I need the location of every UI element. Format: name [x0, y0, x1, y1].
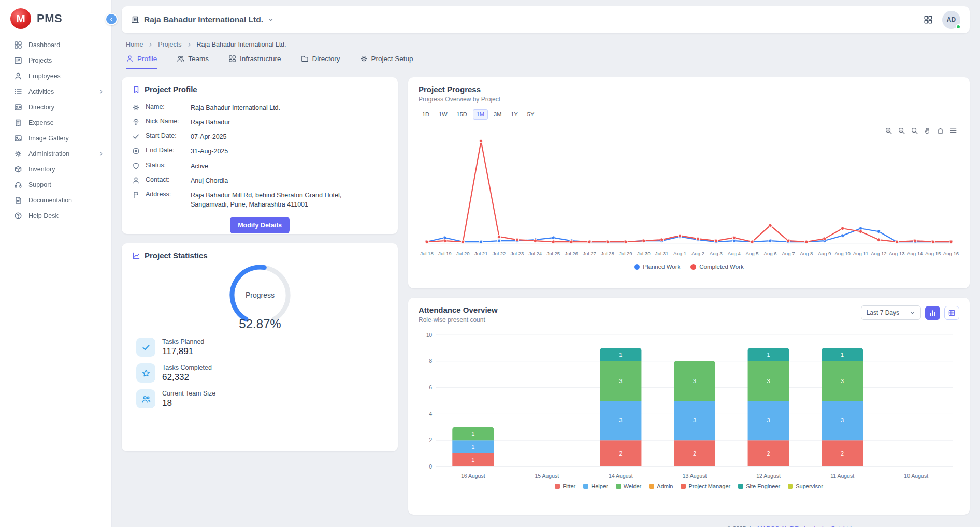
legend-project-manager[interactable]: Project Manager [681, 483, 730, 489]
tab-profile[interactable]: Profile [126, 55, 157, 69]
box-icon [14, 165, 22, 173]
card-subtitle: Role-wise present count [419, 316, 498, 324]
bar-chart-icon [929, 309, 936, 317]
project-progress-chart[interactable]: Jul 18Jul 19Jul 20Jul 21Jul 22Jul 23Jul … [419, 122, 959, 262]
range-1m-button[interactable]: 1M [473, 109, 488, 120]
sidebar-item-administration[interactable]: Administration [0, 146, 111, 162]
field-value: Active [191, 162, 208, 171]
field-contact: Contact: Anuj Chordia [132, 173, 387, 188]
breadcrumb-projects[interactable]: Projects [158, 41, 181, 48]
stat-label: Tasks Planned [162, 338, 204, 345]
date-range-dropdown[interactable]: Last 7 Days [861, 305, 921, 320]
sidebar-collapse-button[interactable] [105, 13, 118, 25]
check-icon [141, 343, 151, 352]
legend-admin[interactable]: Admin [649, 483, 673, 489]
question-icon [14, 212, 22, 220]
svg-text:Jul 19: Jul 19 [438, 251, 452, 256]
sidebar-item-label: Directory [28, 104, 54, 111]
sidebar-item-employees[interactable]: Employees [0, 68, 111, 84]
modify-details-button[interactable]: Modify Details [230, 217, 290, 233]
svg-text:16 August: 16 August [461, 473, 485, 479]
gauge-value: 52.87% [239, 317, 281, 331]
apps-grid-icon[interactable] [924, 15, 933, 24]
range-5y-button[interactable]: 5Y [524, 109, 538, 120]
tab-teams[interactable]: Teams [177, 55, 209, 69]
svg-text:3: 3 [841, 417, 844, 423]
legend-helper[interactable]: Helper [583, 483, 608, 489]
fingerprint-icon [132, 118, 140, 126]
svg-text:Aug 10: Aug 10 [834, 251, 850, 256]
legend-supervisor[interactable]: Supervisor [788, 483, 823, 489]
stat-value: 62,332 [162, 372, 212, 383]
legend-completed-work[interactable]: Completed Work [690, 264, 743, 270]
field-name: Name: Raja Bahadur International Ltd. [132, 100, 387, 115]
list-icon [14, 87, 22, 96]
svg-text:Aug 4: Aug 4 [728, 251, 741, 256]
legend-planned-work[interactable]: Planned Work [634, 264, 680, 270]
zoom-in-icon[interactable] [885, 127, 892, 135]
avatar[interactable]: AD [942, 11, 960, 29]
gear-icon [132, 104, 140, 111]
tab-directory[interactable]: Directory [301, 55, 340, 69]
document-icon [14, 196, 22, 204]
reset-zoom-icon[interactable] [936, 127, 944, 135]
svg-text:11 August: 11 August [830, 473, 854, 479]
chart-line-icon [132, 252, 140, 260]
tab-infrastructure[interactable]: Infrastructure [228, 55, 281, 69]
field-label: Start Date: [146, 132, 185, 139]
legend-site-engineer[interactable]: Site Engineer [738, 483, 780, 489]
legend-label: Admin [657, 483, 673, 489]
range-1w-button[interactable]: 1W [435, 109, 451, 120]
x-circle-icon [132, 147, 140, 155]
check-icon [132, 133, 140, 140]
zoom-out-icon[interactable] [898, 127, 905, 135]
people-icon [177, 55, 184, 63]
image-icon [14, 134, 22, 142]
sidebar-item-activities[interactable]: Activities [0, 84, 111, 99]
app-logo[interactable]: M PMS [0, 0, 111, 35]
table-view-toggle[interactable] [944, 306, 959, 320]
selection-zoom-icon[interactable] [911, 127, 918, 135]
sidebar-item-documentation[interactable]: Documentation [0, 193, 111, 208]
chart-menu-icon[interactable] [949, 127, 957, 135]
sidebar-item-label: Administration [28, 150, 69, 157]
legend-label: Project Manager [688, 483, 730, 489]
range-1y-button[interactable]: 1Y [507, 109, 521, 120]
pan-icon[interactable] [924, 127, 931, 135]
range-1d-button[interactable]: 1D [419, 109, 433, 120]
sidebar-item-label: Projects [28, 57, 52, 64]
sidebar-item-directory[interactable]: Directory [0, 99, 111, 115]
attendance-chart[interactable]: 024681016 August11115 August14 August233… [419, 327, 959, 482]
receipt-icon [14, 119, 22, 127]
welder-swatch [616, 484, 621, 489]
sidebar-item-label: Employees [28, 72, 61, 80]
legend-fitter[interactable]: Fitter [555, 483, 575, 489]
admin-swatch [649, 484, 654, 489]
sidebar-item-support[interactable]: Support [0, 177, 111, 193]
svg-text:4: 4 [429, 411, 432, 417]
range-3m-button[interactable]: 3M [490, 109, 505, 120]
svg-text:3: 3 [841, 378, 844, 384]
table-icon [948, 309, 956, 317]
sidebar-item-projects[interactable]: Projects [0, 53, 111, 68]
chart-view-toggle[interactable] [925, 306, 940, 320]
svg-text:15 August: 15 August [535, 473, 559, 479]
sidebar-item-image-gallery[interactable]: Image Gallery [0, 130, 111, 146]
company-selector[interactable]: Raja Bahadur International Ltd. [131, 15, 274, 24]
flag-icon [132, 191, 140, 199]
tab-label: Infrastructure [240, 55, 281, 63]
stat-rows: Tasks Planned 117,891 Tasks Completed 62… [132, 338, 387, 408]
legend-welder[interactable]: Welder [616, 483, 642, 489]
sidebar-item-label: Expense [28, 119, 54, 126]
sidebar-item-dashboard[interactable]: Dashboard [0, 37, 111, 53]
svg-text:Jul 18: Jul 18 [420, 251, 434, 256]
sidebar-item-expense[interactable]: Expense [0, 115, 111, 130]
breadcrumb-home[interactable]: Home [126, 41, 143, 48]
sidebar-item-inventory[interactable]: Inventory [0, 162, 111, 177]
chart-toolbar [885, 127, 957, 135]
dropdown-value: Last 7 Days [867, 309, 899, 316]
tab-project-setup[interactable]: Project Setup [360, 55, 413, 69]
svg-text:2: 2 [693, 450, 696, 457]
sidebar-item-help-desk[interactable]: Help Desk [0, 208, 111, 224]
range-15d-button[interactable]: 15D [453, 109, 471, 120]
